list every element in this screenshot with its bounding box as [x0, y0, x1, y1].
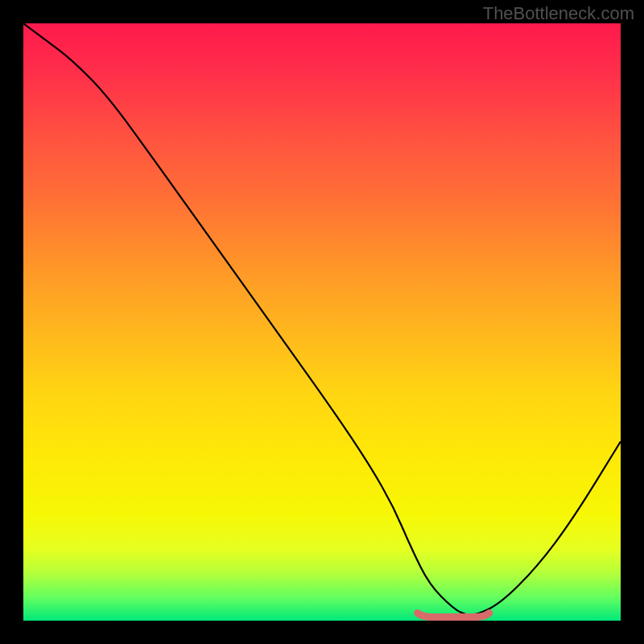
watermark-text: TheBottleneck.com [483, 3, 634, 24]
chart-area [23, 23, 621, 621]
bottleneck-curve [23, 23, 621, 615]
curve-svg [23, 23, 621, 621]
trough-marker [418, 613, 489, 617]
